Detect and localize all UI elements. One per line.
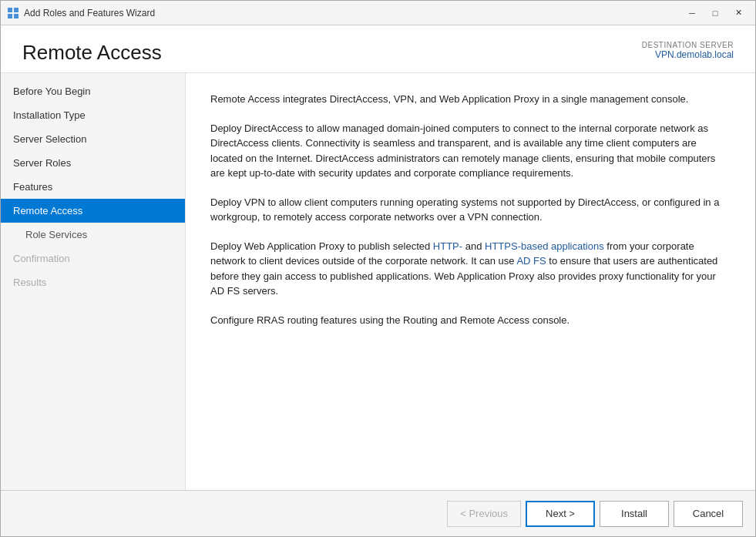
install-button[interactable]: Install bbox=[600, 501, 669, 527]
paragraph-2: Deploy DirectAccess to allow managed dom… bbox=[210, 121, 731, 181]
page-title: Remote Access bbox=[22, 41, 162, 65]
paragraph-5: Configure RRAS routing features using th… bbox=[210, 313, 731, 328]
content-area: Remote Access DESTINATION SERVER VPN.dem… bbox=[1, 25, 755, 490]
content-panel: Remote Access integrates DirectAccess, V… bbox=[186, 73, 755, 490]
destination-name: VPN.demolab.local bbox=[642, 49, 734, 60]
sidebar-item-server-roles[interactable]: Server Roles bbox=[1, 151, 185, 175]
adfs-link: AD FS bbox=[516, 255, 546, 267]
previous-button[interactable]: < Previous bbox=[447, 501, 521, 527]
paragraph-1: Remote Access integrates DirectAccess, V… bbox=[210, 92, 731, 107]
paragraph-4: Deploy Web Application Proxy to publish … bbox=[210, 239, 731, 299]
sidebar-item-confirmation: Confirmation bbox=[1, 247, 185, 270]
sidebar-item-server-selection[interactable]: Server Selection bbox=[1, 127, 185, 151]
minimize-button[interactable]: ─ bbox=[681, 5, 703, 22]
close-button[interactable]: ✕ bbox=[727, 5, 749, 22]
app-icon bbox=[7, 7, 19, 19]
svg-rect-0 bbox=[8, 8, 12, 12]
destination-label: DESTINATION SERVER bbox=[642, 41, 734, 49]
cancel-button[interactable]: Cancel bbox=[674, 501, 743, 527]
header-section: Remote Access DESTINATION SERVER VPN.dem… bbox=[1, 25, 755, 73]
sidebar-item-before-you-begin[interactable]: Before You Begin bbox=[1, 79, 185, 103]
svg-rect-3 bbox=[14, 14, 18, 18]
sidebar-item-results: Results bbox=[1, 270, 185, 294]
sidebar-item-remote-access[interactable]: Remote Access bbox=[1, 199, 185, 223]
titlebar: Add Roles and Features Wizard ─ □ ✕ bbox=[1, 1, 755, 25]
maximize-button[interactable]: □ bbox=[704, 5, 726, 22]
wizard-window: Add Roles and Features Wizard ─ □ ✕ Remo… bbox=[0, 0, 756, 537]
main-body: Before You Begin Installation Type Serve… bbox=[1, 73, 755, 490]
sidebar: Before You Begin Installation Type Serve… bbox=[1, 73, 186, 490]
destination-server: DESTINATION SERVER VPN.demolab.local bbox=[642, 41, 734, 60]
footer: < Previous Next > Install Cancel bbox=[1, 490, 755, 536]
paragraph-3: Deploy VPN to allow client computers run… bbox=[210, 195, 731, 225]
next-button[interactable]: Next > bbox=[526, 501, 595, 527]
sidebar-item-features[interactable]: Features bbox=[1, 175, 185, 199]
svg-rect-2 bbox=[8, 14, 12, 18]
http-link: HTTP- bbox=[433, 240, 462, 252]
https-link: HTTPS-based applications bbox=[485, 240, 604, 252]
titlebar-title: Add Roles and Features Wizard bbox=[24, 8, 681, 18]
window-controls: ─ □ ✕ bbox=[681, 5, 749, 22]
sidebar-item-role-services[interactable]: Role Services bbox=[1, 223, 185, 247]
sidebar-item-installation-type[interactable]: Installation Type bbox=[1, 103, 185, 127]
svg-rect-1 bbox=[14, 8, 18, 12]
